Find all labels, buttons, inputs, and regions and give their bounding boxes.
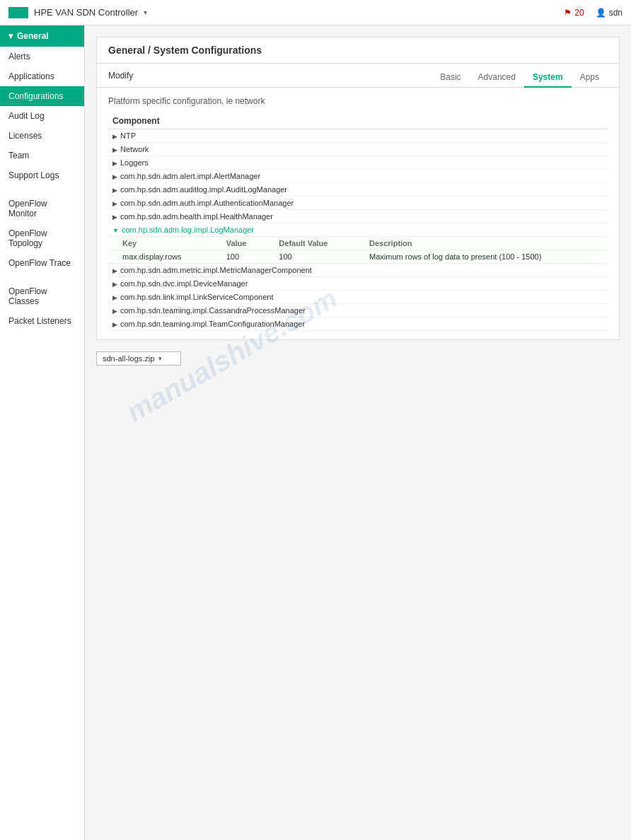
username: sdn (609, 8, 623, 18)
sidebar-item-label: Packet Listeners (8, 316, 71, 326)
sidebar-item-applications[interactable]: Applications (0, 66, 84, 86)
expand-arrow-icon: ▶ (112, 200, 117, 207)
sidebar-item-support-logs[interactable]: Support Logs (0, 165, 84, 185)
tab-advanced[interactable]: Advanced (470, 68, 524, 88)
expand-arrow-icon: ▶ (112, 146, 117, 153)
expand-arrow-icon: ▼ (112, 227, 119, 234)
config-body: Platform specific configuration, ie netw… (97, 88, 619, 339)
alerts-indicator[interactable]: ⚑ 20 (564, 8, 584, 18)
table-row[interactable]: ▶com.hp.sdn.dvc.impl.DeviceManager (108, 277, 608, 291)
expand-arrow-icon: ▶ (112, 294, 117, 301)
sidebar-item-label: Licenses (8, 131, 42, 141)
page-card: General / System Configurations Modify B… (96, 37, 620, 340)
table-row[interactable]: ▶com.hp.sdn.adm.auth.impl.Authentication… (108, 197, 608, 210)
tabs-list: Basic Advanced System Apps (432, 68, 608, 87)
sidebar-item-label: Applications (8, 71, 54, 81)
user-icon: 👤 (596, 8, 606, 18)
table-row[interactable]: ▶com.hp.sdn.adm.alert.impl.AlertManager (108, 170, 608, 183)
sidebar-item-openflow-trace[interactable]: OpenFlow Trace (0, 253, 84, 273)
sidebar-item-label: Audit Log (8, 111, 45, 121)
sidebar-item-label: OpenFlow Classes (8, 286, 47, 306)
table-row[interactable]: ▶Loggers (108, 156, 608, 170)
tab-apps[interactable]: Apps (572, 68, 608, 88)
page-card-header: General / System Configurations (97, 37, 619, 64)
sidebar-item-label: Support Logs (8, 170, 59, 180)
main-layout: ▾ General Alerts Applications Configurat… (0, 25, 631, 840)
sub-cell-default: 100 (265, 250, 355, 264)
expanded-sub-table-row: Key Value Default Value Description (108, 237, 608, 264)
sidebar-item-audit-log[interactable]: Audit Log (0, 106, 84, 126)
sidebar-item-packet-listeners[interactable]: Packet Listeners (0, 311, 84, 331)
sub-cell-description: Maximum rows of log data to present (100… (355, 250, 608, 264)
sidebar-item-openflow-monitor[interactable]: OpenFlow Monitor (0, 194, 84, 223)
sidebar-item-label: OpenFlow Topology (8, 228, 47, 248)
tab-system[interactable]: System (524, 68, 572, 88)
group-arrow: ▾ (8, 31, 13, 41)
sidebar-item-label: Configurations (8, 91, 63, 101)
app-title: HPE VAN SDN Controller (34, 7, 138, 18)
sub-table: Key Value Default Value Description (108, 237, 608, 264)
sub-cell-key: max.display.rows (108, 250, 212, 264)
expand-arrow-icon: ▶ (112, 133, 117, 140)
sidebar-item-alerts[interactable]: Alerts (0, 47, 84, 66)
expand-arrow-icon: ▶ (112, 308, 117, 315)
modify-label[interactable]: Modify (108, 71, 133, 85)
expand-arrow-icon: ▶ (112, 187, 117, 194)
sub-col-description: Description (355, 237, 608, 250)
expand-arrow-icon: ▶ (112, 173, 117, 180)
sub-col-value: Value (212, 237, 265, 250)
sidebar-item-label: Team (8, 151, 29, 161)
table-row[interactable]: ▶NTP (108, 129, 608, 143)
sidebar-item-label: Alerts (8, 52, 30, 62)
file-label: sdn-all-logs.zip (103, 354, 154, 363)
dropdown-arrow-icon: ▾ (158, 355, 162, 362)
sidebar-item-label: OpenFlow Monitor (8, 199, 47, 218)
component-col-header: Component (108, 113, 608, 129)
sub-table-row[interactable]: max.display.rows 100 100 Maximum rows of… (108, 250, 608, 264)
sidebar-item-licenses[interactable]: Licenses (0, 126, 84, 146)
table-row[interactable]: ▶com.hp.sdn.teaming.impl.TeamConfigurati… (108, 317, 608, 331)
bottom-bar: sdn-all-logs.zip ▾ (96, 351, 620, 366)
navbar-right: ⚑ 20 👤 sdn (564, 8, 623, 18)
expand-arrow-icon: ▶ (112, 281, 117, 288)
table-row[interactable]: ▶com.hp.sdn.adm.health.impl.HealthManage… (108, 210, 608, 223)
tab-basic[interactable]: Basic (432, 68, 469, 88)
sidebar-item-team[interactable]: Team (0, 146, 84, 165)
table-row[interactable]: ▶Network (108, 143, 608, 156)
expand-arrow-icon: ▶ (112, 267, 117, 274)
navbar-left: HPE VAN SDN Controller ▾ (8, 7, 147, 18)
sidebar-item-openflow-classes[interactable]: OpenFlow Classes (0, 281, 84, 311)
breadcrumb: General / System Configurations (108, 45, 262, 56)
content-area: General / System Configurations Modify B… (85, 25, 631, 840)
table-row[interactable]: ▶com.hp.sdn.adm.auditlog.impl.AuditLogMa… (108, 183, 608, 197)
expand-arrow-icon: ▶ (112, 160, 117, 167)
component-table: Component ▶NTP ▶Network (108, 113, 608, 331)
alerts-count: 20 (574, 8, 584, 18)
sidebar-item-label: OpenFlow Trace (8, 258, 71, 268)
table-row[interactable]: ▶com.hp.sdn.teaming.impl.CassandraProces… (108, 304, 608, 317)
expand-arrow-icon: ▶ (112, 214, 117, 221)
sub-col-key: Key (108, 237, 212, 250)
user-menu[interactable]: 👤 sdn (596, 8, 623, 18)
group-label: General (17, 31, 49, 41)
alert-icon: ⚑ (564, 8, 572, 18)
title-chevron[interactable]: ▾ (144, 8, 147, 16)
navbar: HPE VAN SDN Controller ▾ ⚑ 20 👤 sdn (0, 0, 631, 25)
expand-arrow-icon: ▶ (112, 321, 117, 328)
sidebar: ▾ General Alerts Applications Configurat… (0, 25, 85, 840)
sidebar-item-configurations[interactable]: Configurations (0, 86, 84, 106)
platform-description: Platform specific configuration, ie netw… (108, 96, 608, 106)
sub-col-default: Default Value (265, 237, 355, 250)
hpe-logo (8, 7, 28, 18)
table-row[interactable]: ▶com.hp.sdn.adm.metric.impl.MetricManage… (108, 264, 608, 277)
file-dropdown[interactable]: sdn-all-logs.zip ▾ (96, 351, 181, 366)
sidebar-group-general[interactable]: ▾ General (0, 25, 84, 47)
sidebar-item-openflow-topology[interactable]: OpenFlow Topology (0, 223, 84, 253)
sub-cell-value: 100 (212, 250, 265, 264)
table-row[interactable]: ▶com.hp.sdn.link.impl.LinkServiceCompone… (108, 291, 608, 304)
tabs-row: Modify Basic Advanced System Apps (97, 64, 619, 88)
table-row-expanded[interactable]: ▼com.hp.sdn.adm.log.impl.LogManager (108, 223, 608, 237)
